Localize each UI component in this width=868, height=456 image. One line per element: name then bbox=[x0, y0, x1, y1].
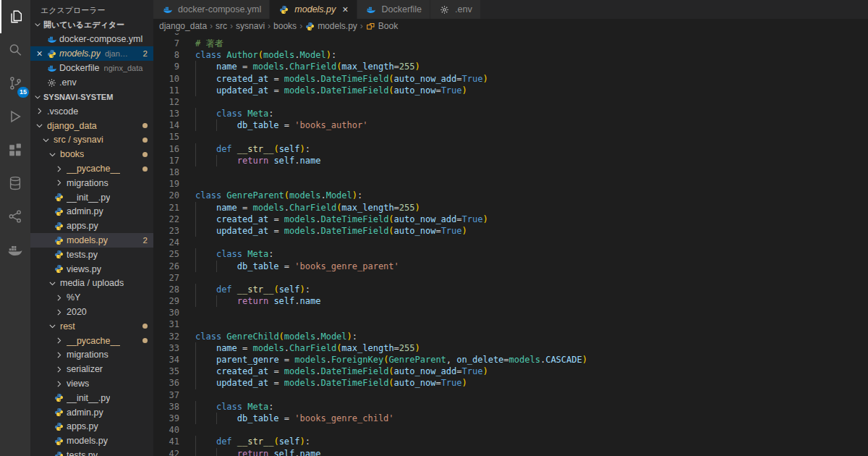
code-line[interactable]: 28 def __str__(self): bbox=[153, 284, 868, 295]
chevron-down-icon bbox=[46, 279, 59, 288]
code-line[interactable]: 19 bbox=[153, 178, 868, 190]
tree-item-serializer[interactable]: serializer bbox=[30, 362, 153, 376]
line-number: 14 bbox=[153, 119, 179, 131]
code-line[interactable]: 29 return self.name bbox=[153, 295, 868, 307]
tree-item-books[interactable]: books bbox=[30, 147, 153, 161]
tree-item-tests.py[interactable]: tests.py bbox=[30, 248, 153, 262]
line-number: 35 bbox=[153, 366, 179, 377]
code-line[interactable]: 18 bbox=[153, 166, 868, 178]
tree-item-admin.py[interactable]: admin.py bbox=[30, 405, 153, 420]
code-line[interactable]: 24 bbox=[153, 237, 868, 248]
tree-item-migrations[interactable]: migrations bbox=[30, 348, 153, 363]
code-line[interactable]: 35 created_at = models.DateTimeField(aut… bbox=[153, 366, 868, 377]
code-line[interactable]: 36 updated_at = models.DateTimeField(aut… bbox=[153, 377, 868, 389]
code-line[interactable]: 37 bbox=[153, 389, 868, 401]
code-line[interactable]: 40 bbox=[153, 424, 868, 436]
code-line[interactable]: 14 db_table = 'books_author' bbox=[153, 119, 868, 131]
workspace-section-header[interactable]: SYSNAVI-SYSTEM bbox=[30, 90, 153, 104]
code-line[interactable]: 12 bbox=[153, 96, 868, 108]
tab-Dockerfile[interactable]: Dockerfile bbox=[357, 0, 431, 19]
open-editor-.env[interactable]: .env bbox=[30, 75, 153, 90]
close-icon[interactable]: × bbox=[342, 4, 348, 15]
code-line[interactable]: 11 updated_at = models.DateTimeField(aut… bbox=[153, 85, 868, 96]
tree-item-src / sysnavi[interactable]: src / sysnavi bbox=[30, 133, 153, 148]
tree-item-rest[interactable]: rest bbox=[30, 319, 153, 334]
tab-models.py[interactable]: models.py× bbox=[270, 0, 357, 19]
tree-item-.vscode[interactable]: .vscode bbox=[30, 104, 153, 119]
tree-item-%Y[interactable]: %Y bbox=[30, 290, 153, 305]
tree-item-models.py[interactable]: models.py bbox=[30, 434, 153, 448]
code-line[interactable]: 7# 著者 bbox=[153, 38, 868, 49]
database-button[interactable] bbox=[0, 166, 30, 200]
breadcrumb-item-django_data[interactable]: django_data bbox=[159, 21, 207, 31]
workspace-name-label: SYSNAVI-SYSTEM bbox=[43, 93, 113, 101]
search-button[interactable] bbox=[0, 33, 30, 67]
code-line[interactable]: 15 bbox=[153, 131, 868, 143]
breadcrumb-item-models.py[interactable]: models.py bbox=[305, 21, 357, 31]
tree-label: migrations bbox=[67, 350, 109, 360]
code-line[interactable]: 39 db_table = 'books_genre_child' bbox=[153, 413, 868, 424]
code-line[interactable]: 42 return self.name bbox=[153, 448, 868, 456]
code-line[interactable]: 34 parent_genre = models.ForeignKey(Genr… bbox=[153, 354, 868, 366]
close-icon[interactable]: × bbox=[36, 48, 42, 59]
code-line[interactable]: 10 created_at = models.DateTimeField(aut… bbox=[153, 73, 868, 85]
open-editors-header[interactable]: 開いているエディター bbox=[30, 17, 153, 32]
code-line[interactable]: 30 bbox=[153, 307, 868, 318]
tree-item-__init__.py[interactable]: __init__.py bbox=[30, 190, 153, 205]
source-control-button[interactable]: 15 bbox=[0, 67, 30, 100]
code-line[interactable]: 20class GenreParent(models.Model): bbox=[153, 190, 868, 201]
code-line[interactable]: 41 def __str__(self): bbox=[153, 436, 868, 447]
open-editor-models.py[interactable]: ×models.pydjan…2 bbox=[30, 46, 153, 61]
tab-docker-compose.yml[interactable]: docker-compose.yml bbox=[153, 0, 270, 19]
tree-item-views.py[interactable]: views.py bbox=[30, 262, 153, 276]
tree-item-__pycache__[interactable]: __pycache__ bbox=[30, 161, 153, 176]
tree-item-apps.py[interactable]: apps.py bbox=[30, 420, 153, 434]
code-line[interactable]: 13 class Meta: bbox=[153, 108, 868, 119]
tree-item-apps.py[interactable]: apps.py bbox=[30, 219, 153, 233]
code-line[interactable]: 27 bbox=[153, 272, 868, 284]
docker-button[interactable] bbox=[0, 233, 30, 266]
tree-item-models.py[interactable]: models.py2 bbox=[30, 233, 153, 248]
python-icon bbox=[46, 49, 58, 59]
code-line[interactable]: 23 updated_at = models.DateTimeField(aut… bbox=[153, 225, 868, 237]
modified-dot bbox=[142, 324, 148, 329]
docker-icon bbox=[46, 34, 58, 44]
code-line[interactable]: 32class GenreChild(models.Model): bbox=[153, 331, 868, 342]
code-editor[interactable]: 67# 著者8class Author(models.Model):9 name… bbox=[153, 26, 868, 456]
code-line[interactable]: 16 def __str__(self): bbox=[153, 143, 868, 155]
breadcrumb-item-sysnavi[interactable]: sysnavi bbox=[236, 21, 265, 31]
code-line[interactable]: 38 class Meta: bbox=[153, 401, 868, 413]
code-line[interactable]: 31 bbox=[153, 318, 868, 330]
line-number: 24 bbox=[153, 237, 179, 248]
code-line[interactable]: 33 name = models.CharField(max_length=25… bbox=[153, 342, 868, 354]
code-line[interactable]: 21 name = models.CharField(max_length=25… bbox=[153, 202, 868, 214]
tree-item-__pycache__[interactable]: __pycache__ bbox=[30, 334, 153, 348]
tree-item-2020[interactable]: 2020 bbox=[30, 305, 153, 319]
run-and-debug-button[interactable] bbox=[0, 100, 30, 133]
chevron-right-icon bbox=[53, 164, 65, 174]
explorer-button[interactable] bbox=[0, 0, 30, 33]
tree-item-admin.py[interactable]: admin.py bbox=[30, 205, 153, 219]
tree-item-migrations[interactable]: migrations bbox=[30, 176, 153, 190]
code-line[interactable]: 8class Author(models.Model): bbox=[153, 49, 868, 61]
code-line[interactable]: 26 db_table = 'books_genre_parent' bbox=[153, 261, 868, 272]
tree-item-media / uploads[interactable]: media / uploads bbox=[30, 276, 153, 291]
code-line[interactable]: 22 created_at = models.DateTimeField(aut… bbox=[153, 214, 868, 225]
breadcrumb-item-books[interactable]: books bbox=[273, 21, 297, 31]
open-editor-Dockerfile[interactable]: Dockerfilenginx_data bbox=[30, 61, 153, 75]
tree-item-tests.py[interactable]: tests.py bbox=[30, 448, 153, 456]
chevron-right-icon bbox=[33, 106, 46, 116]
tree-item-django_data[interactable]: django_data bbox=[30, 119, 153, 133]
breadcrumb-item-Book[interactable]: Book bbox=[366, 21, 398, 31]
tree-item-__init__.py[interactable]: __init__.py bbox=[30, 391, 153, 405]
plugin-button[interactable] bbox=[0, 200, 30, 233]
breadcrumb-label: django_data bbox=[159, 21, 207, 31]
code-line[interactable]: 25 class Meta: bbox=[153, 248, 868, 260]
code-line[interactable]: 17 return self.name bbox=[153, 155, 868, 166]
tree-item-views[interactable]: views bbox=[30, 376, 153, 391]
extensions-button[interactable] bbox=[0, 133, 30, 166]
open-editor-docker-compose.yml[interactable]: docker-compose.yml bbox=[30, 32, 153, 46]
tab-.env[interactable]: .env bbox=[430, 0, 481, 19]
breadcrumb-item-src[interactable]: src bbox=[216, 21, 227, 31]
code-line[interactable]: 9 name = models.CharField(max_length=255… bbox=[153, 61, 868, 72]
